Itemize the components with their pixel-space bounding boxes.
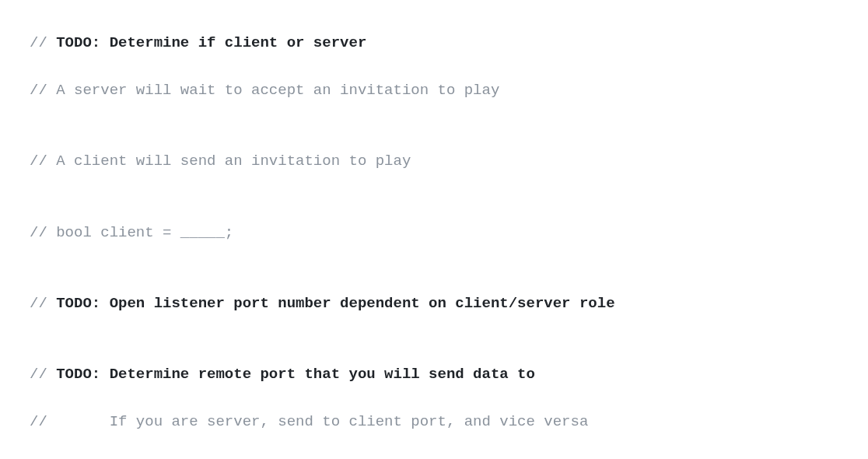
code-line: // TODO: Open listener port number depen… [0, 292, 868, 315]
code-line: // If you are server, send to client por… [0, 410, 868, 433]
comment-text: A server will wait to accept an invitati… [56, 82, 499, 99]
comment-slash: // [30, 295, 56, 312]
comment-text: A client will send an invitation to play [56, 152, 411, 170]
todo-label: TODO: Open listener port number dependen… [56, 295, 614, 312]
code-line: // TODO: Determine remote port that you … [0, 363, 868, 386]
comment-slash: // [30, 366, 56, 383]
todo-label: TODO: Determine if client or server [56, 34, 366, 51]
comment-slash: // [30, 152, 56, 170]
code-line: // A client will send an invitation to p… [0, 149, 868, 173]
code-line: // bool client = _____; [0, 221, 868, 244]
code-snippet: // TODO: Determine if client or server /… [0, 0, 868, 459]
todo-label: TODO: Determine remote port that you wil… [56, 366, 535, 383]
comment-text: bool client = _____; [56, 224, 233, 241]
comment-slash: // [30, 34, 56, 51]
code-line: // TODO: Determine if client or server [0, 31, 868, 54]
comment-slash: // [30, 413, 110, 430]
comment-slash: // [30, 224, 56, 241]
comment-slash: // [30, 82, 56, 99]
comment-text: If you are server, send to client port, … [110, 413, 589, 430]
code-line: // A server will wait to accept an invit… [0, 79, 868, 102]
